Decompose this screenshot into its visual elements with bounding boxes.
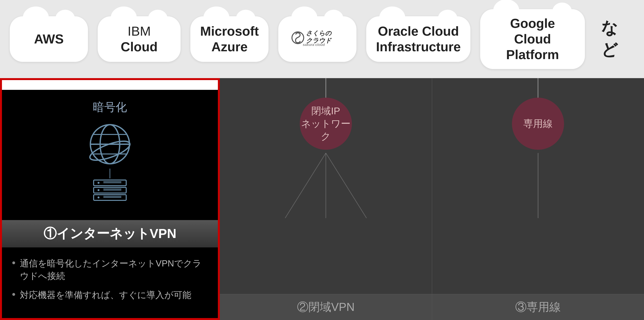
top-white-bar [2, 80, 218, 90]
svg-text:さくらの: さくらの [306, 30, 332, 37]
panel-right: 閉域IP ネットワーク [220, 78, 644, 320]
dedicated-circle: 専用線 [512, 98, 564, 150]
cloud-label-azure: MicrosoftAzure [200, 23, 259, 55]
closed-vpn-circle-wrapper: 閉域IP ネットワーク [269, 98, 383, 218]
cloud-shape-ibm: IBM Cloud [98, 16, 180, 62]
cross-lines-svg [269, 153, 383, 218]
svg-text:sakura cloud: sakura cloud [303, 43, 325, 47]
cloud-shape-aws: AWS [10, 16, 88, 62]
closed-vpn-title-bar: ②閉域VPN [220, 294, 432, 320]
svg-point-14 [98, 189, 100, 191]
cloud-shape-sakura: さくらの クラウド sakura cloud [278, 16, 356, 62]
dedicated-title-bar: ③専用線 [432, 294, 644, 320]
dedicated-circle-wrapper: 専用線 [512, 98, 564, 218]
svg-point-15 [98, 196, 100, 198]
cloud-item-oracle: Oracle CloudInfrastructure [366, 16, 470, 62]
vpn-connect-line [110, 169, 110, 178]
dedicated-bottom-line [538, 153, 538, 218]
vpn-desc-item-1: 通信を暗号化したインターネットVPNでクラウドへ接続 [12, 254, 208, 286]
etc-label: など [601, 17, 634, 61]
svg-line-22 [285, 153, 326, 218]
dedicated-title: ③専用線 [515, 300, 561, 315]
encrypt-label: 暗号化 [93, 100, 127, 115]
cloud-label-ibm: IBM Cloud [108, 23, 171, 55]
cloud-shape-azure: MicrosoftAzure [190, 16, 268, 62]
vpn-title-bar: ①インターネットVPN [2, 220, 218, 247]
panel-internet-vpn[interactable]: 暗号化 [0, 78, 220, 320]
cloud-shape-gcp: Google CloudPlatform [480, 9, 585, 69]
cloud-item-azure: MicrosoftAzure [190, 16, 268, 62]
globe-icon [87, 121, 133, 167]
cloud-label-gcp: Google CloudPlatform [490, 16, 575, 62]
vpn-desc-list: 通信を暗号化したインターネットVPNでクラウドへ接続 対応機器を準備すれば、すぐ… [12, 254, 208, 305]
vpn-diagram: 暗号化 [2, 90, 218, 217]
server-icon [92, 178, 128, 204]
cloud-label-oracle: Oracle CloudInfrastructure [376, 23, 461, 55]
cloud-item-gcp: Google CloudPlatform [480, 9, 585, 69]
dedicated-top-line [538, 78, 538, 98]
dedicated-diagram: 専用線 [432, 78, 644, 294]
vpn-description: 通信を暗号化したインターネットVPNでクラウドへ接続 対応機器を準備すれば、すぐ… [2, 247, 218, 311]
closed-ip-label: 閉域IP ネットワーク [300, 105, 352, 143]
dedicated-label: 専用線 [523, 117, 553, 130]
closed-vpn-top-line [325, 78, 326, 98]
closed-vpn-diagram: 閉域IP ネットワーク [220, 78, 432, 294]
vpn-title: ①インターネットVPN [8, 225, 211, 243]
vpn-desc-item-2: 対応機器を準備すれば、すぐに導入が可能 [12, 286, 208, 305]
cloud-shape-oracle: Oracle CloudInfrastructure [366, 16, 470, 62]
closed-vpn-title: ②閉域VPN [297, 300, 355, 315]
cloud-item-ibm: IBM Cloud [98, 16, 180, 62]
panel-closed-vpn: 閉域IP ネットワーク [220, 78, 432, 320]
right-panels-container: 閉域IP ネットワーク [220, 78, 644, 320]
closed-ip-network-circle: 閉域IP ネットワーク [300, 98, 352, 150]
cloud-label-sakura: さくらの クラウド sakura cloud [291, 28, 344, 50]
cloud-label-aws: AWS [34, 31, 64, 47]
svg-line-23 [326, 153, 366, 218]
svg-point-9 [88, 137, 132, 164]
panel-dedicated-line: 専用線 ③専用線 [432, 78, 644, 320]
main-content: 暗号化 [0, 78, 644, 320]
cloud-item-sakura: さくらの クラウド sakura cloud [278, 16, 356, 62]
cloud-bar: AWS IBM Cloud MicrosoftAzure さくらの [0, 0, 644, 78]
cloud-item-aws: AWS [10, 16, 88, 62]
sakura-logo-svg: さくらの クラウド sakura cloud [291, 28, 344, 47]
svg-point-13 [98, 182, 100, 184]
